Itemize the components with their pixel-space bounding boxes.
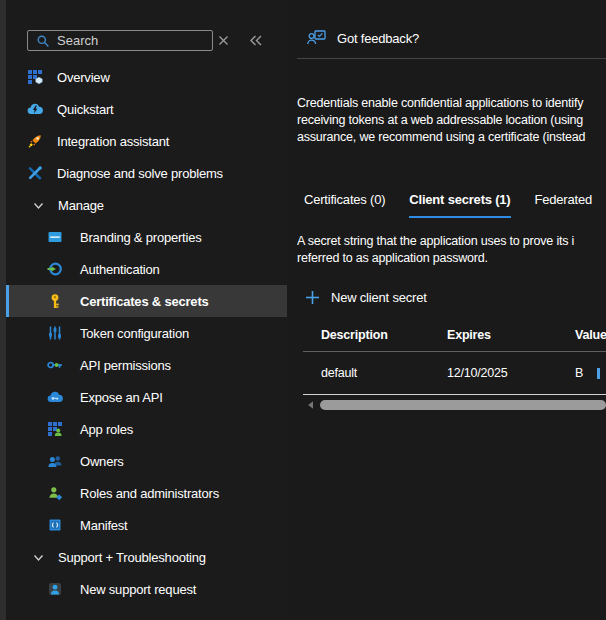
main-content: Got feedback? Credentials enable confide…	[287, 0, 606, 620]
sidebar-item-api-permissions[interactable]: API permissions	[6, 349, 287, 381]
sidebar-item-quickstart[interactable]: Quickstart	[6, 93, 287, 125]
sidebar-item-label: Expose an API	[80, 390, 163, 405]
sidebar-group-label: Manage	[58, 198, 104, 213]
table-header-row: Description Expires Value	[303, 322, 606, 351]
plus-icon	[305, 290, 320, 305]
sidebar-item-authentication[interactable]: Authentication	[6, 253, 287, 285]
sidebar-item-label: Diagnose and solve problems	[57, 166, 223, 181]
sidebar-item-overview[interactable]: Overview	[6, 61, 287, 93]
manifest-icon	[47, 517, 63, 533]
table-row[interactable]: default 12/10/2025 B	[303, 352, 606, 394]
got-feedback-button[interactable]: Got feedback?	[307, 30, 419, 46]
sidebar-item-manifest[interactable]: Manifest	[6, 509, 287, 541]
sidebar-item-app-roles[interactable]: App roles	[6, 413, 287, 445]
scrollbar-thumb[interactable]	[320, 400, 606, 410]
secret-info-line: A secret string that the application use…	[297, 233, 606, 250]
sidebar-item-branding[interactable]: Branding & properties	[6, 221, 287, 253]
sliders-icon	[47, 325, 63, 341]
feedback-label: Got feedback?	[337, 31, 419, 46]
feedback-icon	[307, 30, 326, 46]
overview-icon	[27, 69, 43, 85]
horizontal-scrollbar[interactable]	[303, 397, 606, 412]
branding-icon	[47, 229, 63, 245]
chevron-down-icon	[32, 199, 45, 212]
sidebar-item-label: Manifest	[80, 518, 128, 533]
search-icon	[36, 34, 50, 48]
tab-federated-credentials[interactable]: Federated	[535, 192, 592, 218]
sidebar-item-new-support-request[interactable]: New support request	[6, 573, 287, 605]
sidebar-item-label: Token configuration	[80, 326, 189, 341]
sidebar-nav: Overview Quickstart Integration assistan…	[6, 61, 287, 605]
sidebar-item-expose-api[interactable]: Expose an API	[6, 381, 287, 413]
sidebar-item-integration-assistant[interactable]: Integration assistant	[6, 125, 287, 157]
intro-line: Credentials enable confidential applicat…	[297, 95, 606, 112]
sidebar-group-support-troubleshooting[interactable]: Support + Troubleshooting	[6, 541, 287, 573]
intro-line: assurance, we recommend using a certific…	[297, 129, 606, 146]
app-registration-blade: Overview Quickstart Integration assistan…	[0, 0, 606, 620]
tab-certificates[interactable]: Certificates (0)	[304, 192, 385, 218]
sidebar-item-label: Owners	[80, 454, 124, 469]
sidebar-item-label: API permissions	[80, 358, 171, 373]
cloud-icon	[47, 389, 63, 405]
sidebar-item-label: New support request	[80, 582, 196, 597]
sidebar-item-token-configuration[interactable]: Token configuration	[6, 317, 287, 349]
authentication-icon	[47, 261, 63, 277]
table-row-divider	[303, 394, 606, 395]
value-cutoff-fragment	[597, 368, 600, 379]
person-badge-icon	[47, 485, 63, 501]
tab-bar: Certificates (0) Client secrets (1) Fede…	[304, 192, 606, 218]
chevron-down-icon	[32, 551, 45, 564]
scroll-left-arrow-icon[interactable]	[306, 400, 316, 410]
new-client-secret-button[interactable]: New client secret	[305, 290, 427, 305]
app-roles-icon	[47, 421, 63, 437]
sidebar-item-label: App roles	[80, 422, 133, 437]
new-client-secret-label: New client secret	[331, 290, 427, 305]
rocket-icon	[27, 133, 43, 149]
tools-icon	[27, 165, 43, 181]
sidebar-group-manage[interactable]: Manage	[6, 189, 287, 221]
quickstart-cloud-icon	[27, 101, 43, 117]
sidebar-item-label: Roles and administrators	[80, 486, 219, 501]
search-box[interactable]	[27, 30, 213, 51]
sidebar-item-label: Quickstart	[57, 102, 114, 117]
sidebar-item-owners[interactable]: Owners	[6, 445, 287, 477]
sidebar-item-label: Authentication	[80, 262, 160, 277]
sidebar-group-label: Support + Troubleshooting	[58, 550, 206, 565]
column-header-expires[interactable]: Expires	[447, 328, 575, 342]
support-person-icon	[47, 581, 63, 597]
column-header-value[interactable]: Value	[575, 328, 606, 342]
column-header-description[interactable]: Description	[321, 328, 447, 342]
collapse-menu-icon[interactable]	[249, 34, 263, 47]
clear-search-icon[interactable]	[218, 35, 229, 46]
sidebar-item-label: Overview	[57, 70, 110, 85]
sidebar: Overview Quickstart Integration assistan…	[6, 0, 287, 620]
key-icon	[47, 293, 63, 309]
sidebar-item-roles-administrators[interactable]: Roles and administrators	[6, 477, 287, 509]
sidebar-item-certificates-secrets[interactable]: Certificates & secrets	[6, 285, 287, 317]
cell-expires: 12/10/2025	[447, 366, 575, 380]
client-secret-description: A secret string that the application use…	[297, 233, 606, 267]
api-permissions-icon	[47, 357, 63, 373]
search-input[interactable]	[57, 33, 187, 48]
sidebar-item-label: Certificates & secrets	[80, 294, 209, 309]
cell-description: default	[321, 366, 447, 380]
secret-info-line: referred to as application password.	[297, 250, 606, 267]
cell-value: B	[575, 366, 606, 380]
tab-client-secrets[interactable]: Client secrets (1)	[409, 192, 510, 218]
people-icon	[47, 453, 63, 469]
toolbar-divider	[297, 58, 606, 59]
secrets-table: Description Expires Value default 12/10/…	[303, 322, 606, 412]
intro-line: receiving tokens at a web addressable lo…	[297, 112, 606, 129]
sidebar-item-label: Integration assistant	[57, 134, 169, 149]
sidebar-item-diagnose[interactable]: Diagnose and solve problems	[6, 157, 287, 189]
credentials-intro-text: Credentials enable confidential applicat…	[297, 95, 606, 146]
sidebar-item-label: Branding & properties	[80, 230, 202, 245]
